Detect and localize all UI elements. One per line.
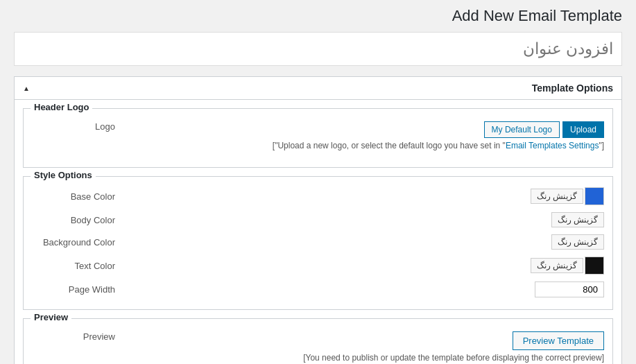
header-logo-legend: Header Logo	[31, 102, 92, 112]
preview-section: Preview Preview Preview Template [You ne…	[23, 318, 613, 364]
text-color-label: Text Color	[32, 261, 115, 271]
template-options-metabox: ▲ Template Options Header Logo Logo My D…	[14, 76, 622, 364]
preview-controls-area: Preview Template [You need to publish or…	[303, 331, 604, 364]
preview-row: Preview Preview Template [You need to pu…	[32, 326, 604, 364]
style-options-legend: Style Options	[31, 170, 96, 180]
page-width-input[interactable]	[535, 281, 604, 297]
text-color-control: گزینش رنگ	[531, 257, 604, 275]
logo-help-text-before: ["Upload a new logo, or select the defau…	[273, 141, 506, 150]
background-color-control: گزینش رنگ	[551, 234, 604, 250]
preview-field-label: Preview	[32, 331, 115, 342]
style-options-section: Style Options Base Color گزینش رنگ Body …	[23, 176, 613, 310]
base-color-control: گزینش رنگ	[531, 187, 604, 205]
base-color-swatch[interactable]	[585, 187, 604, 205]
email-templates-settings-link[interactable]: Email Templates Settings	[506, 141, 599, 150]
upload-button[interactable]: Upload	[562, 121, 604, 138]
title-input[interactable]	[15, 33, 621, 65]
text-color-row: Text Color گزینش رنگ	[32, 253, 604, 278]
background-color-row: Background Color گزینش رنگ	[32, 231, 604, 253]
template-options-header: ▲ Template Options	[15, 77, 621, 100]
body-color-label: Body Color	[32, 215, 115, 225]
preview-legend: Preview	[31, 312, 71, 322]
logo-controls-area: My Default Logo Upload ["Upload a new lo…	[273, 121, 604, 153]
logo-field-label: Logo	[32, 121, 115, 132]
template-options-title: Template Options	[532, 83, 613, 94]
page-width-control	[535, 281, 604, 297]
title-input-wrapper	[14, 32, 622, 66]
toggle-arrow-icon[interactable]: ▲	[23, 85, 30, 92]
my-default-logo-button[interactable]: My Default Logo	[484, 121, 560, 138]
header-logo-row: Logo My Default Logo Upload ["Upload a n…	[32, 116, 604, 159]
text-color-button[interactable]: گزینش رنگ	[531, 258, 583, 273]
logo-help-text-after: "]	[599, 141, 604, 150]
preview-template-button[interactable]: Preview Template	[513, 331, 604, 350]
base-color-label: Base Color	[32, 191, 115, 202]
preview-help-text: [You need to publish or update the templ…	[303, 350, 604, 364]
logo-help-text: ["Upload a new logo, or select the defau…	[273, 138, 604, 153]
body-color-row: Body Color گزینش رنگ	[32, 209, 604, 231]
logo-buttons: My Default Logo Upload	[484, 121, 604, 138]
body-color-control: گزینش رنگ	[551, 212, 604, 227]
metabox-body: Header Logo Logo My Default Logo Upload …	[15, 108, 621, 364]
page-width-label: Page Width	[32, 284, 115, 295]
base-color-row: Base Color گزینش رنگ	[32, 184, 604, 209]
text-color-swatch[interactable]	[585, 257, 604, 275]
base-color-button[interactable]: گزینش رنگ	[531, 189, 583, 204]
background-color-label: Background Color	[32, 237, 115, 248]
body-color-button[interactable]: گزینش رنگ	[551, 212, 604, 227]
background-color-button[interactable]: گزینش رنگ	[551, 234, 604, 250]
page-title: Add New Email Template	[14, 7, 622, 25]
page-width-row: Page Width	[32, 278, 604, 301]
header-logo-section: Header Logo Logo My Default Logo Upload …	[23, 108, 613, 168]
